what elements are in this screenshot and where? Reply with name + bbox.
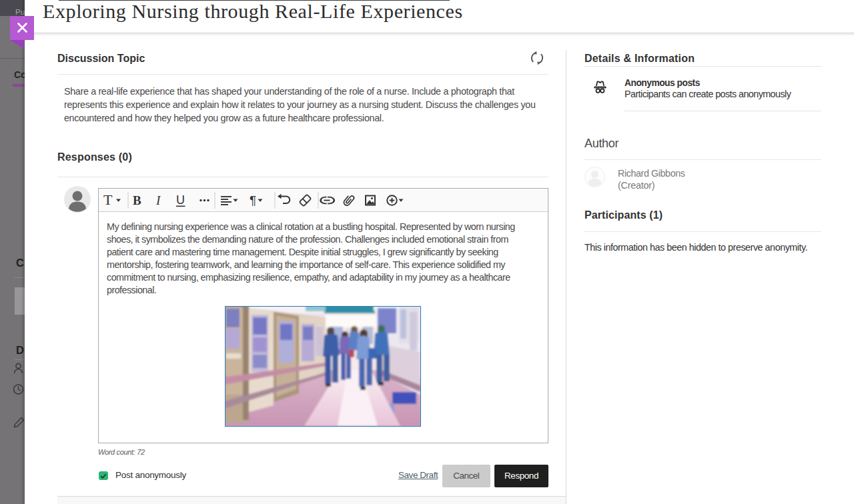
svg-text:U: U [176,193,185,207]
svg-text:I: I [155,193,161,207]
svg-text:T: T [103,191,113,208]
svg-text:¶: ¶ [250,193,256,207]
svg-text:B: B [133,193,141,207]
